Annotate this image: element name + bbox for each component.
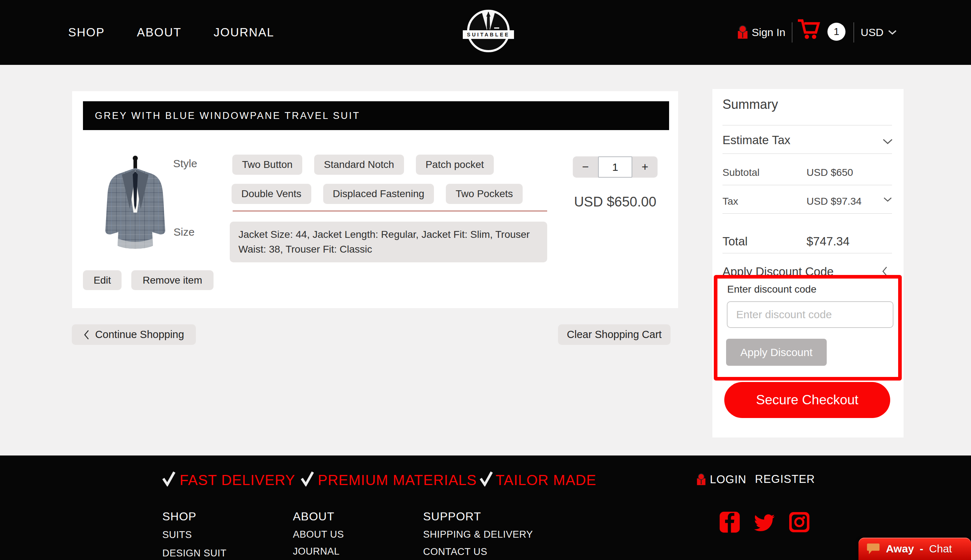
subtotal-label: Subtotal [722,167,760,178]
badge-fast-delivery: FAST DELIVERY [180,472,296,488]
footer-link-design-suit[interactable]: DESIGN SUIT [162,548,227,559]
badge-tailor-made: TAILOR MADE [496,472,596,488]
divider [722,125,892,125]
footer-link-contact-us[interactable]: CONTACT US [423,546,487,557]
sign-in-label: Sign In [752,26,785,38]
size-details: Jacket Size: 44, Jacket Length: Regular,… [230,222,547,262]
user-icon [737,25,749,40]
register-label: REGISTER [755,473,815,486]
continue-shopping-label: Continue Shopping [95,328,184,340]
chevron-down-icon[interactable] [883,197,892,202]
style-option-pill[interactable]: Standard Notch [314,155,404,175]
product-image [97,155,173,252]
cart-icon [796,18,821,40]
chat-bubble-icon [866,543,880,555]
divider [722,153,892,154]
tax-value: USD $97.34 [807,196,862,207]
chat-widget[interactable]: Away - Chat [859,538,971,560]
style-option-pill[interactable]: Double Vents [232,184,311,204]
instagram-icon[interactable] [789,512,809,533]
quantity-increase-button[interactable]: + [632,157,658,178]
chevron-down-icon [888,30,897,35]
discount-code-label: Enter discount code [727,283,817,295]
nav-about[interactable]: ABOUT [137,26,182,39]
chat-separator: - [920,543,923,555]
badge-premium-materials: PREMIUM MATERIALS [318,472,477,488]
footer-col-about-title: ABOUT [293,510,334,523]
cart-count-badge: 1 [827,23,846,41]
clear-cart-button[interactable]: Clear Shopping Cart [558,324,670,345]
footer-register-link[interactable]: REGISTER [755,473,815,486]
footer-link-shipping[interactable]: SHIPPING & DELIVERY [423,529,533,540]
total-value: $747.34 [807,235,849,248]
style-option-pill[interactable]: Displaced Fastening [323,184,434,204]
divider [722,185,892,185]
subtotal-value: USD $650 [807,167,853,178]
style-options-row-2: Double Vents Displaced Fastening Two Poc… [232,184,523,204]
style-label: Style [173,157,197,170]
item-price: USD $650.00 [569,194,661,210]
sign-in-link[interactable]: Sign In [737,0,785,65]
tax-label: Tax [722,196,738,207]
brand-logo[interactable]: SUITABLEE [463,8,514,55]
summary-panel: Summary Estimate Tax Subtotal USD $650 T… [712,89,904,437]
edit-item-button[interactable]: Edit [83,270,122,290]
twitter-icon[interactable] [753,514,775,532]
quantity-input[interactable] [598,157,632,178]
footer-login-link[interactable]: LOGIN [696,473,746,487]
footer-col-support-title: SUPPORT [423,510,481,523]
chat-status: Away [886,543,914,555]
checkmark-icon [162,471,175,487]
footer-link-about-us[interactable]: ABOUT US [293,529,344,540]
item-title-bar: GREY WITH BLUE WINDOWPANE TRAVEL SUIT [83,101,669,130]
header: SHOP ABOUT JOURNAL SUITABLEE Sign In [0,0,971,65]
continue-shopping-button[interactable]: Continue Shopping [72,324,196,345]
currency-value: USD [861,26,883,38]
apply-discount-button[interactable]: Apply Discount [726,339,827,366]
footer-link-suits[interactable]: SUITS [162,529,192,540]
style-options-row-1: Two Button Standard Notch Patch pocket [232,155,494,175]
secure-checkout-button[interactable]: Secure Checkout [724,382,890,418]
total-label: Total [722,235,748,248]
nav-journal[interactable]: JOURNAL [214,26,274,39]
size-label: Size [174,226,194,238]
facebook-icon[interactable] [720,512,740,533]
remove-item-button[interactable]: Remove item [131,270,214,290]
cart-button[interactable] [796,18,821,42]
logo-wordmark: SUITABLEE [463,30,514,39]
user-icon [696,473,706,487]
checkmark-icon [301,471,314,487]
quantity-decrease-button[interactable]: − [573,157,598,178]
chevron-down-icon[interactable] [882,139,893,145]
discount-code-input[interactable] [727,301,893,328]
checkmark-icon [480,471,493,487]
shopping-cart-page: SHOP ABOUT JOURNAL SUITABLEE Sign In [0,0,971,560]
header-divider [792,22,792,43]
nav-shop[interactable]: SHOP [68,26,105,39]
main-nav: SHOP ABOUT JOURNAL [68,0,274,65]
chat-label: Chat [929,543,952,555]
login-label: LOGIN [710,473,746,486]
header-divider-2 [853,22,854,43]
style-option-pill[interactable]: Patch pocket [416,155,494,175]
style-option-pill[interactable]: Two Button [232,155,302,175]
footer: FAST DELIVERY PREMIUM MATERIALS TAILOR M… [0,455,971,560]
style-option-pill[interactable]: Two Pockets [446,184,523,204]
footer-link-journal[interactable]: JOURNAL [293,546,340,557]
item-title: GREY WITH BLUE WINDOWPANE TRAVEL SUIT [95,110,360,122]
divider [722,253,892,253]
divider [722,213,892,214]
estimate-tax-toggle[interactable]: Estimate Tax [722,133,790,147]
style-size-divider [233,210,547,212]
quantity-stepper: − + [573,157,658,178]
footer-col-shop-title: SHOP [162,510,197,523]
summary-title: Summary [722,97,778,112]
currency-selector[interactable]: USD [861,0,897,65]
cart-item-card: GREY WITH BLUE WINDOWPANE TRAVEL SUIT [72,91,678,308]
chevron-left-icon [84,330,89,340]
